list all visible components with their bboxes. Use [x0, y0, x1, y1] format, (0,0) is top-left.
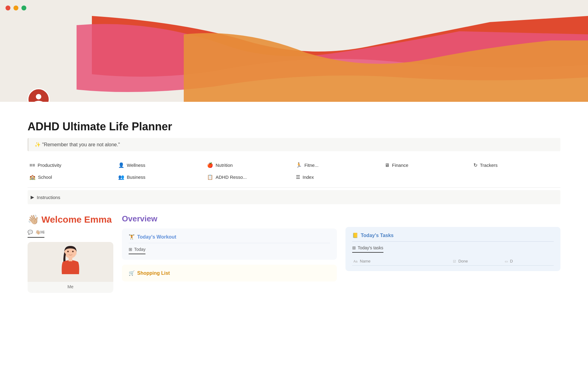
person-illustration: [55, 243, 86, 280]
overview-panel: Overview 🏋️ Today's Workout ⊞ Today 🛒 Sh…: [122, 214, 337, 282]
finance-icon: 🖥: [385, 163, 390, 168]
nav-item-nutrition[interactable]: 🍎 Nutrition: [205, 160, 294, 171]
avatar-card-label: Me: [28, 282, 113, 289]
tasks-card-title: 📒 Today's Tasks: [352, 232, 554, 242]
hi-tab-label: 👋🏼Hi: [35, 230, 44, 235]
col-header-d: ▭ D: [505, 259, 553, 263]
index-icon: ☰: [296, 174, 300, 180]
nutrition-icon: 🍎: [207, 162, 213, 168]
nav-item-productivity[interactable]: ≡≡ Productivity: [28, 160, 116, 171]
traffic-light-yellow[interactable]: [13, 6, 18, 10]
instructions-chevron: ▶: [31, 194, 34, 200]
tasks-icon: 📒: [352, 232, 358, 238]
instructions-label: Instructions: [37, 195, 60, 200]
nav-grid: ≡≡ Productivity 👤 Wellness 🍎 Nutrition 🏃…: [28, 160, 560, 188]
productivity-icon: ≡≡: [29, 163, 35, 168]
nav-label-wellness: Wellness: [127, 163, 145, 168]
nav-item-finance[interactable]: 🖥 Finance: [383, 160, 472, 171]
workout-tab[interactable]: ⊞ Today: [129, 247, 145, 254]
nav-item-school[interactable]: 🏫 School: [28, 172, 116, 182]
instructions-toggle[interactable]: ▶ Instructions: [28, 190, 560, 204]
page-title: ADHD Ultimate Life Planner: [28, 120, 560, 133]
svg-rect-2: [69, 258, 72, 261]
traffic-light-green[interactable]: [21, 6, 26, 10]
col-header-done: ☑ Done: [453, 259, 501, 263]
workout-title-text: Today's Workout: [137, 234, 176, 240]
bottom-section: 👋🏼 Welcome Emma 💬 👋🏼Hi: [28, 214, 560, 293]
shopping-title-text: Shopping List: [137, 270, 170, 276]
avatar-card-image: [28, 242, 113, 282]
tasks-title-text: Today's Tasks: [361, 233, 394, 238]
workout-tab-label: Today: [134, 247, 145, 252]
overview-title: Overview: [122, 214, 337, 224]
workout-card-title: 🏋️ Today's Workout: [129, 234, 330, 243]
trackers-icon: ↻: [473, 162, 477, 168]
business-icon: 👥: [118, 174, 124, 180]
main-content: ADHD Ultimate Life Planner ✨ "Remember t…: [0, 102, 588, 305]
tasks-subtab[interactable]: ⊞ Today's tasks: [352, 245, 383, 253]
tasks-table-header: Aa Name ☑ Done ▭ D: [352, 257, 554, 266]
tasks-subtab-label: Today's tasks: [358, 245, 383, 250]
nav-item-adhd-resso[interactable]: 📋 ADHD Resso...: [205, 172, 294, 182]
nav-label-finance: Finance: [392, 163, 408, 168]
workout-card: 🏋️ Today's Workout ⊞ Today: [122, 228, 337, 260]
workout-icon: 🏋️: [129, 234, 135, 240]
quote-block: ✨ "Remember that you are not alone.": [28, 138, 560, 151]
svg-point-4: [72, 251, 74, 252]
shopping-icon: 🛒: [129, 270, 135, 276]
nav-label-index: Index: [303, 174, 314, 180]
tasks-card: 📒 Today's Tasks ⊞ Today's tasks Aa Name …: [345, 227, 560, 271]
nav-item-trackers[interactable]: ↻ Trackers: [472, 160, 560, 171]
nav-item-business[interactable]: 👥 Business: [116, 172, 205, 182]
adhd-icon: 📋: [207, 174, 213, 180]
avatar-card: Me: [28, 242, 113, 293]
quote-text: ✨ "Remember that you are not alone.": [35, 142, 120, 148]
nav-item-index[interactable]: ☰ Index: [294, 172, 383, 182]
nav-label-trackers: Trackers: [480, 163, 498, 168]
fitness-icon: 🏃: [296, 162, 302, 168]
nav-label-adhd-resso: ADHD Resso...: [216, 174, 247, 180]
nav-label-fitness: Fitne...: [304, 163, 318, 168]
tasks-panel: 📒 Today's Tasks ⊞ Today's tasks Aa Name …: [345, 214, 560, 271]
tasks-subtab-icon: ⊞: [352, 245, 356, 250]
hero-banner: [0, 16, 588, 102]
nav-item-empty-2: [472, 172, 560, 182]
workout-tab-icon: ⊞: [129, 247, 132, 252]
titlebar: [0, 0, 588, 16]
hi-tab[interactable]: 💬 👋🏼Hi: [28, 230, 44, 238]
svg-point-3: [67, 251, 69, 252]
school-icon: 🏫: [29, 174, 36, 180]
col-header-name: Aa Name: [353, 259, 449, 263]
nav-label-school: School: [38, 174, 52, 180]
welcome-title: 👋🏼 Welcome Emma: [28, 214, 113, 225]
nav-label-productivity: Productivity: [38, 163, 62, 168]
nav-item-empty-1: [383, 172, 472, 182]
traffic-light-red[interactable]: [6, 6, 10, 10]
shopping-card: 🛒 Shopping List: [122, 265, 337, 282]
wellness-icon: 👤: [118, 162, 124, 168]
nav-item-fitness[interactable]: 🏃 Fitne...: [294, 160, 383, 171]
hi-tab-icon: 💬: [28, 230, 33, 235]
welcome-panel: 👋🏼 Welcome Emma 💬 👋🏼Hi: [28, 214, 113, 293]
nav-item-wellness[interactable]: 👤 Wellness: [116, 160, 205, 171]
user-avatar: [28, 88, 50, 102]
nav-label-nutrition: Nutrition: [216, 163, 233, 168]
nav-label-business: Business: [127, 174, 145, 180]
shopping-card-title: 🛒 Shopping List: [129, 270, 330, 276]
